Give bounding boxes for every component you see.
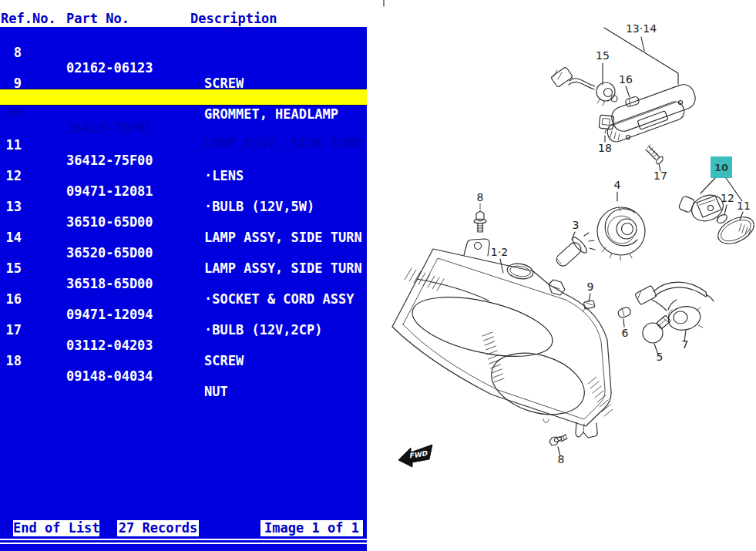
cell-ref: 18 [0,353,22,368]
status-end-of-list: End of List [13,520,99,536]
callout-10-highlight[interactable]: 10 [711,156,732,178]
cell-ref: 16 [0,291,22,307]
table-row-selected[interactable]: 10 36410-75F01 LAMP ASSY, SIDE TURN [0,89,367,106]
side-marker-lamp-assembly-art [604,28,698,144]
bottom-separator-band [0,537,367,551]
clip-9-art [583,294,595,311]
table-row[interactable]: 16 09471-12094 ·BULB (12V,2CP) [0,276,367,291]
callout-12: 12 [721,192,734,204]
cell-ref: 12 [0,168,22,183]
cell-desc: LAMP ASSY, SIDE TURN [204,230,362,245]
cell-ref: 15 [0,260,22,276]
cell-desc: GROMMET, HEADLAMP [204,106,338,122]
table-row[interactable]: 13 36510-65D00 LAMP ASSY, SIDE TURN [0,183,367,199]
separator-line [0,539,367,540]
cell-desc: ·BULB (12V,2CP) [204,322,323,338]
side-turn-lens-art [714,212,756,250]
callout-10-label: 10 [714,162,728,173]
cell-desc: LAMP ASSY, SIDE TURN [204,260,362,276]
status-record-count: 27 Records [117,520,199,536]
cell-desc: ·LENS [204,168,244,183]
callout-3: 3 [573,219,580,231]
callout-8-top: 8 [477,191,484,203]
table-row[interactable]: 11 36412-75F00 ·LENS [0,122,367,137]
cell-ref: 17 [0,322,22,338]
cell-desc: SCREW [204,353,244,368]
cell-ref: 10 [0,105,22,120]
callout-13-14: 13·14 [626,22,657,35]
socket-7-art [635,282,714,341]
callout-9: 9 [587,281,594,293]
table-row[interactable]: 8 02162-06123 SCREW [0,29,367,45]
column-header-description: Description [190,11,277,26]
parts-list-panel: Ref.No. Part No. Description 8 02162-061… [0,0,367,551]
callout-1-2: 1·2 [491,246,508,258]
screw-17-art [646,145,664,171]
table-row[interactable]: 18 09148-04034 NUT [0,338,367,353]
diagram-panel: 10 [367,0,756,551]
callout-15: 15 [596,49,610,62]
parts-catalog-screen: Ref.No. Part No. Description 8 02162-061… [0,0,756,551]
bulb-5-art [643,315,670,354]
status-image-page: Image 1 of 1 [260,520,363,536]
callout-5: 5 [657,351,664,363]
side-turn-bulb-art [716,205,729,225]
socket-cord-art [551,63,617,106]
callout-18: 18 [598,142,612,154]
column-header-part: Part No. [66,11,129,26]
callout-11: 11 [737,200,751,212]
headlamp-bulb-art [554,232,595,268]
cell-ref: 8 [0,45,22,60]
cell-part: 09148-04034 [66,368,153,384]
callout-6: 6 [622,327,629,339]
headlamp-grommet-art [597,192,645,260]
cell-ref: 14 [0,230,22,245]
callout-4: 4 [614,179,621,191]
callout-17: 17 [654,170,667,182]
table-row[interactable]: 15 36518-65D00 ·SOCKET & CORD ASSY [0,245,367,260]
screw-8-top-art [474,203,486,232]
table-row[interactable]: 14 36520-65D00 LAMP ASSY, SIDE TURN [0,214,367,230]
table-row[interactable]: 12 09471-12081 ·BULB (12V,5W) [0,153,367,168]
cell-desc: ·SOCKET & CORD ASSY [204,291,354,307]
table-row[interactable]: 9 35153-60G00 GROMMET, HEADLAMP [0,60,367,76]
cell-desc: LAMP ASSY, SIDE TURN [204,136,362,151]
cell-desc: NUT [204,384,228,399]
column-header-ref: Ref.No. [1,11,56,26]
cell-ref: 13 [0,199,22,214]
callout-7: 7 [682,338,689,351]
callout-16: 16 [619,73,633,86]
fwd-direction-arrow: FWD [398,445,432,467]
table-row[interactable]: 17 03112-04203 SCREW [0,307,367,322]
headlamp-exploded-diagram: 10 [367,0,756,551]
headlamp-unit-art [392,239,613,438]
cell-ref: 11 [0,137,22,153]
callout-8-bottom: 8 [558,453,565,465]
separator-line [0,543,367,544]
bulb-6-art [617,306,632,327]
cell-desc: ·BULB (12V,5W) [204,199,314,214]
